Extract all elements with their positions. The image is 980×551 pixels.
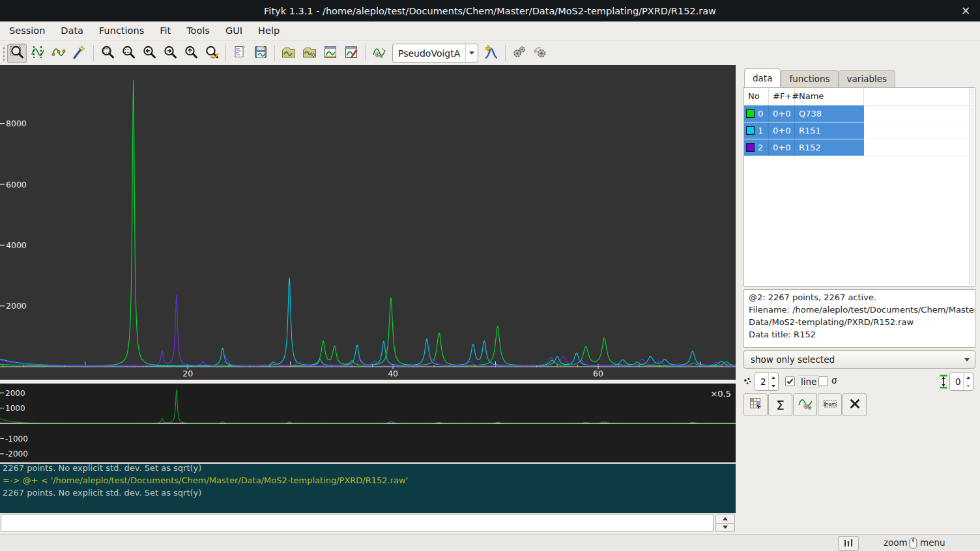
x-axis-tick-label: 60 (593, 369, 603, 378)
toolbar: PseudoVoigtA (0, 41, 980, 66)
menu-session[interactable]: Session (1, 21, 53, 40)
zoom-left-button[interactable] (139, 44, 159, 63)
menu-fit[interactable]: Fit (152, 21, 179, 40)
edit-data-button[interactable] (341, 44, 361, 63)
zoom-up-button[interactable] (181, 44, 201, 63)
peak-type-dropdown[interactable]: PseudoVoigtA (392, 44, 478, 63)
auxiliary-plot-canvas[interactable]: 20001000-1000-2000×0.5 (0, 384, 736, 462)
menu-help[interactable]: Help (250, 21, 287, 40)
mode-data-range-button[interactable] (28, 44, 48, 63)
command-history-spinner[interactable] (715, 514, 735, 532)
data-transform-button[interactable] (369, 44, 389, 63)
mode-range-icon (30, 44, 46, 63)
mouse-icon (908, 537, 918, 550)
zoom-undo-icon (204, 44, 220, 63)
zoom-right-icon (162, 44, 178, 63)
dataset-row-R151[interactable]: 10+0R151 (744, 122, 975, 139)
status-bar: zoom menu (0, 534, 980, 551)
point-size-spinner[interactable]: 2 (755, 373, 779, 391)
session-log-button[interactable] (230, 44, 250, 63)
mode-peak-icon (72, 44, 87, 63)
main-plot[interactable]: 2040602000400060008000 (0, 65, 736, 380)
toolbar-grip[interactable] (1, 45, 7, 62)
show-only-selected-dropdown[interactable]: show only selected (743, 350, 975, 369)
menu-data[interactable]: Data (53, 21, 91, 40)
auto-add-peak-button[interactable] (482, 44, 501, 63)
status-options-button[interactable] (838, 536, 859, 551)
dataset-info-line: Data/MoS2-templating/PXRD/R152.raw (749, 316, 970, 328)
y-axis-tick-label: 4000 (6, 240, 27, 250)
dataset-grid-button[interactable] (743, 393, 768, 416)
toolbar-separator (225, 45, 226, 61)
load-file-button[interactable] (279, 44, 298, 63)
sigma-checkbox[interactable] (818, 376, 828, 386)
series-R152 (0, 295, 736, 366)
zoom-right-button[interactable] (160, 44, 180, 63)
column-header-name[interactable]: Name (795, 88, 864, 105)
dataset-name: Q738 (795, 106, 864, 122)
dataset-row-R152[interactable]: 20+0R152 (744, 139, 975, 156)
auxiliary-plot[interactable]: 20001000-1000-2000×0.5 (0, 383, 736, 462)
point-size-up[interactable] (769, 373, 778, 382)
tab-data[interactable]: data (744, 68, 781, 87)
load-file-custom-button[interactable] (300, 44, 319, 63)
column-header-ff[interactable]: #F+# (769, 88, 795, 105)
aux-y-axis-tick-label: -2000 (5, 449, 28, 459)
menu-tools[interactable]: Tools (179, 21, 218, 40)
fit-undo-button[interactable] (530, 44, 550, 63)
mode-zoom-button[interactable] (7, 44, 27, 63)
save-session-button[interactable] (251, 44, 270, 63)
zoom-vertically-button[interactable] (119, 44, 138, 63)
sigma-checkbox-label[interactable]: σ (831, 375, 837, 386)
aux-series-residual (0, 389, 736, 423)
main-plot-canvas[interactable]: 2040602000400060008000 (0, 65, 736, 380)
save-data-button[interactable] (321, 44, 340, 63)
y-axis-tick-label: 8000 (6, 119, 27, 128)
tab-functions[interactable]: functions (781, 70, 838, 87)
mode-baseline-button[interactable] (49, 44, 68, 63)
zoom-left-icon (141, 44, 157, 63)
aux-scale-label: ×0.5 (710, 389, 731, 399)
shift-spinner[interactable]: 0 (949, 373, 973, 391)
zoom-vert-icon (121, 44, 136, 63)
delete-dataset-button[interactable] (843, 393, 867, 416)
dataset-list-scrollbar[interactable] (969, 89, 974, 285)
rename-dataset-button[interactable]: Inam (818, 393, 842, 416)
column-header-no[interactable]: No (744, 88, 769, 105)
console-line: 2267 points. No explicit std. dev. Set a… (0, 464, 736, 474)
toolbar-separator (505, 45, 506, 61)
shift-up[interactable] (964, 373, 973, 382)
mouse-left-hint: zoom (884, 537, 908, 548)
previous-zoom-button[interactable] (202, 44, 222, 63)
menu-gui[interactable]: GUI (218, 21, 250, 40)
add-peak-icon (483, 44, 499, 63)
line-checkbox-label[interactable]: line (798, 375, 820, 388)
zoom-all-button[interactable] (98, 44, 117, 63)
x-axis-tick-label: 20 (182, 369, 193, 378)
history-down-button[interactable] (715, 524, 735, 533)
tab-variables[interactable]: variables (839, 70, 896, 87)
shift-down[interactable] (964, 382, 973, 390)
svg-text:Inam: Inam (824, 401, 836, 407)
merge-datasets-button[interactable] (793, 393, 817, 416)
mode-add-peak-button[interactable] (70, 44, 89, 63)
menu-functions[interactable]: Functions (91, 21, 152, 40)
command-input[interactable] (1, 514, 713, 532)
dataset-name: R152 (795, 139, 864, 156)
point-size-down[interactable] (769, 382, 778, 390)
fit-run-button[interactable] (510, 44, 529, 63)
line-checkbox[interactable] (785, 376, 795, 386)
menu-bar: SessionDataFunctionsFitToolsGUIHelp (0, 21, 980, 41)
dataset-func-count: 0+0 (769, 139, 795, 156)
aux-y-axis-tick-label: 1000 (5, 404, 25, 413)
splitter[interactable] (736, 65, 740, 534)
command-input-row (0, 514, 736, 533)
sum-datasets-button[interactable]: Σ (768, 393, 792, 416)
history-up-button[interactable] (715, 514, 735, 524)
dataset-info-line: Data title: R152 (749, 328, 970, 341)
load-data-icon (281, 44, 296, 63)
dataset-color-swatch (746, 143, 755, 152)
close-button[interactable]: × (958, 3, 973, 18)
series-Q738 (0, 80, 736, 366)
dataset-row-Q738[interactable]: 00+0Q738 (744, 106, 975, 122)
